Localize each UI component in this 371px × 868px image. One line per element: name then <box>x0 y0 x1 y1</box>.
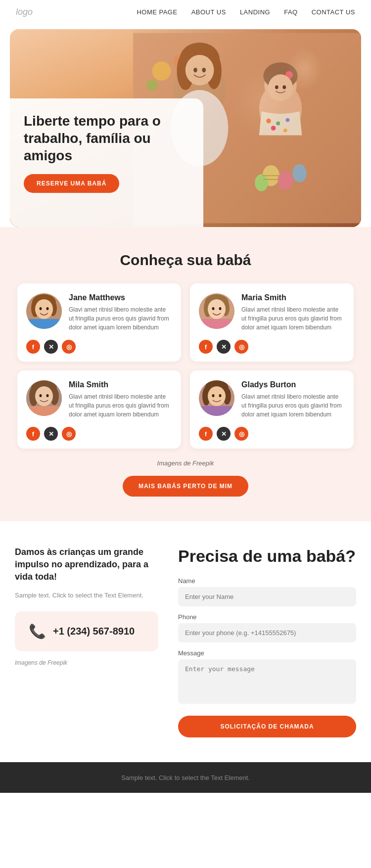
hero-title: Liberte tempo para o trabalho, família o… <box>24 112 188 164</box>
baba-desc-1: Glavi amet ritnisl libero molestie ante … <box>241 305 345 332</box>
baba-card-3: Gladys Burton Glavi amet ritnisl libero … <box>190 370 354 449</box>
svg-point-67 <box>212 394 215 397</box>
svg-point-30 <box>292 164 307 183</box>
nav-faq[interactable]: FAQ <box>284 8 298 16</box>
baba-card-0: Jane Matthews Glavi amet ritnisl libero … <box>17 283 181 362</box>
form-name-input[interactable] <box>178 587 356 606</box>
form-phone-input[interactable] <box>178 623 356 642</box>
instagram-icon-0[interactable]: ◎ <box>62 340 76 354</box>
baba-desc-2: Glavi amet ritnisl libero molestie ante … <box>69 392 172 419</box>
svg-point-41 <box>46 307 49 310</box>
baba-avatar-3 <box>199 380 234 416</box>
svg-rect-69 <box>199 406 234 416</box>
svg-point-22 <box>282 85 286 89</box>
svg-point-26 <box>271 126 276 131</box>
svg-point-25 <box>285 118 289 122</box>
svg-point-39 <box>35 299 53 319</box>
footer-text: Sample text. Click to select the Text El… <box>121 774 250 781</box>
submit-button[interactable]: SOLICITAÇÃO DE CHAMADA <box>178 716 356 737</box>
svg-point-40 <box>40 307 42 310</box>
baba-card-1: Maria Smith Glavi amet ritnisl libero mo… <box>190 283 354 362</box>
baba-name-2: Mila Smith <box>69 380 172 389</box>
mais-babas-button[interactable]: MAIS BABÁS PERTO DE MIM <box>123 476 248 497</box>
svg-point-27 <box>283 129 287 133</box>
baba-card-2: Mila Smith Glavi amet ritnisl libero mol… <box>17 370 181 449</box>
precisa-left-title: Damos às crianças um grande impulso no a… <box>15 546 158 584</box>
baba-name-1: Maria Smith <box>241 293 345 302</box>
baba-top-0: Jane Matthews Glavi amet ritnisl libero … <box>26 293 172 332</box>
facebook-icon-2[interactable]: f <box>26 427 40 441</box>
hero-overlay: Liberte tempo para o trabalho, família o… <box>10 98 203 227</box>
svg-point-57 <box>35 386 53 406</box>
navigation: logo HOME PAGE ABOUT US LANDING FAQ CONT… <box>0 0 371 24</box>
phone-icon: 📞 <box>29 623 46 640</box>
precisa-right-title: Precisa de uma babá? <box>178 546 356 566</box>
baba-social-2: f ✕ ◎ <box>26 427 172 441</box>
twitter-icon-0[interactable]: ✕ <box>44 340 58 354</box>
baba-info-3: Gladys Burton Glavi amet ritnisl libero … <box>241 380 345 419</box>
precisa-left: Damos às crianças um grande impulso no a… <box>15 546 158 666</box>
instagram-icon-3[interactable]: ◎ <box>234 427 248 441</box>
svg-rect-60 <box>26 406 62 416</box>
babas-grid: Jane Matthews Glavi amet ritnisl libero … <box>17 283 354 449</box>
freepik-link: Imagens de Freepik <box>15 459 356 467</box>
baba-avatar-1 <box>199 293 234 329</box>
baba-name-3: Gladys Burton <box>241 380 345 389</box>
form-message-group: Message <box>178 649 356 706</box>
svg-point-21 <box>275 85 278 89</box>
instagram-icon-2[interactable]: ◎ <box>62 427 76 441</box>
svg-point-48 <box>208 299 226 319</box>
twitter-icon-1[interactable]: ✕ <box>217 340 231 354</box>
reserve-button[interactable]: RESERVE UMA BABÁ <box>24 174 119 193</box>
baba-desc-3: Glavi amet ritnisl libero molestie ante … <box>241 392 345 419</box>
nav-links: HOME PAGE ABOUT US LANDING FAQ CONTACT U… <box>137 8 355 16</box>
svg-point-12 <box>202 68 206 73</box>
baba-top-2: Mila Smith Glavi amet ritnisl libero mol… <box>26 380 172 419</box>
svg-point-10 <box>185 55 214 86</box>
twitter-icon-3[interactable]: ✕ <box>217 427 231 441</box>
svg-point-58 <box>40 394 42 397</box>
baba-info-2: Mila Smith Glavi amet ritnisl libero mol… <box>69 380 172 419</box>
baba-info-0: Jane Matthews Glavi amet ritnisl libero … <box>69 293 172 332</box>
baba-top-3: Gladys Burton Glavi amet ritnisl libero … <box>199 380 345 419</box>
form-phone-group: Phone <box>178 613 356 642</box>
facebook-icon-0[interactable]: f <box>26 340 40 354</box>
footer: Sample text. Click to select the Text El… <box>0 762 371 793</box>
svg-point-29 <box>278 171 293 190</box>
baba-social-1: f ✕ ◎ <box>199 340 345 354</box>
svg-point-3 <box>146 80 157 91</box>
facebook-icon-3[interactable]: f <box>199 427 213 441</box>
conheca-title: Conheça sua babá <box>15 252 356 269</box>
twitter-icon-2[interactable]: ✕ <box>44 427 58 441</box>
svg-point-20 <box>268 74 293 101</box>
hero-section: Liberte tempo para o trabalho, família o… <box>10 29 361 227</box>
nav-about[interactable]: ABOUT US <box>191 8 226 16</box>
instagram-icon-1[interactable]: ◎ <box>234 340 248 354</box>
svg-point-68 <box>219 394 222 397</box>
freepik-left: Imagens de Freepik <box>15 659 158 666</box>
form-message-textarea[interactable] <box>178 659 356 704</box>
svg-point-23 <box>266 119 271 124</box>
nav-home[interactable]: HOME PAGE <box>137 8 177 16</box>
baba-social-0: f ✕ ◎ <box>26 340 172 354</box>
svg-rect-51 <box>199 319 234 329</box>
baba-info-1: Maria Smith Glavi amet ritnisl libero mo… <box>241 293 345 332</box>
precisa-section: Damos às crianças um grande impulso no a… <box>0 521 371 762</box>
nav-landing[interactable]: LANDING <box>240 8 270 16</box>
baba-name-0: Jane Matthews <box>69 293 172 302</box>
precisa-right: Precisa de uma babá? Name Phone Message … <box>178 546 356 737</box>
svg-rect-42 <box>26 319 62 329</box>
logo: logo <box>16 7 33 17</box>
baba-avatar-2 <box>26 380 62 416</box>
svg-point-31 <box>255 174 268 191</box>
svg-point-49 <box>212 307 215 310</box>
phone-box: 📞 +1 (234) 567-8910 <box>15 611 158 651</box>
svg-point-11 <box>193 68 197 73</box>
baba-avatar-0 <box>26 293 62 329</box>
form-message-label: Message <box>178 649 356 657</box>
svg-point-50 <box>219 307 222 310</box>
nav-contact[interactable]: CONTACT US <box>312 8 355 16</box>
facebook-icon-1[interactable]: f <box>199 340 213 354</box>
baba-desc-0: Glavi amet ritnisl libero molestie ante … <box>69 305 172 332</box>
form-name-group: Name <box>178 577 356 606</box>
